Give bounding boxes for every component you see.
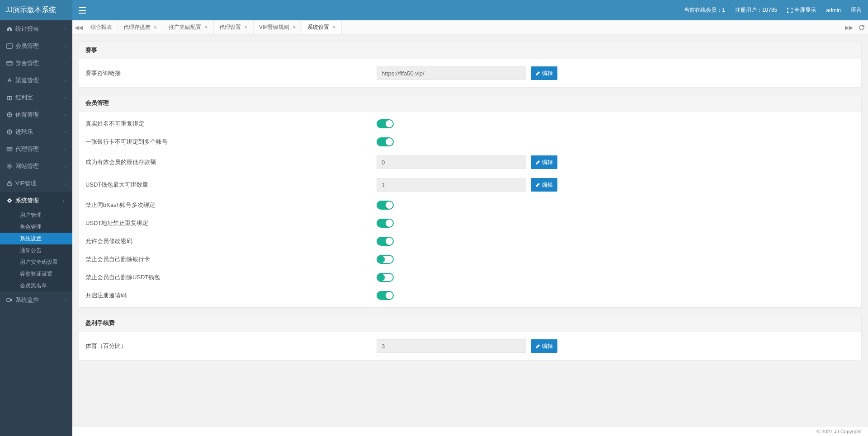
toggle-switch[interactable] xyxy=(377,255,394,264)
sidebar-item-label: 红利宝 xyxy=(15,94,33,102)
toggle-switch[interactable] xyxy=(377,137,394,146)
tab-scroll-left-icon[interactable]: ◀◀ xyxy=(72,20,85,34)
panel-body: 赛事咨询链接https://fifa50.vip/编辑 xyxy=(79,59,861,87)
form-control xyxy=(377,237,557,246)
edit-button[interactable]: 编辑 xyxy=(531,339,557,353)
readonly-input: 1 xyxy=(377,178,526,192)
form-control xyxy=(377,291,557,300)
sidebar-item-3[interactable]: 渠道管理‹ xyxy=(0,72,72,89)
form-control: 1编辑 xyxy=(377,178,557,192)
tab-label: 系统设置 xyxy=(307,23,329,31)
sidebar-item-label: 资金管理 xyxy=(15,59,39,67)
sidebar-item-9[interactable]: VIP管理‹ xyxy=(0,175,72,192)
edit-button[interactable]: 编辑 xyxy=(531,66,557,80)
panel: 赛事赛事咨询链接https://fifa50.vip/编辑 xyxy=(79,41,862,88)
chevron-left-icon: ‹ xyxy=(65,113,66,117)
edit-button[interactable]: 编辑 xyxy=(531,155,557,169)
form-control: https://fifa50.vip/编辑 xyxy=(377,66,557,80)
close-icon[interactable]: ✕ xyxy=(292,24,296,30)
edit-button[interactable]: 编辑 xyxy=(531,178,557,192)
brand-title: JJ演示版本系统 xyxy=(0,0,72,20)
submenu-item-6[interactable]: 会员黑名单 xyxy=(0,280,72,291)
sidebar-item-11[interactable]: 系统监控‹ xyxy=(0,291,72,309)
sidebar-item-8[interactable]: 网站管理‹ xyxy=(0,158,72,175)
form-control: 0编辑 xyxy=(377,155,557,169)
content: 赛事赛事咨询链接https://fifa50.vip/编辑会员管理真实姓名不可重… xyxy=(72,35,868,426)
close-icon[interactable]: ✕ xyxy=(153,24,157,30)
sidebar-item-6[interactable]: 进球乐‹ xyxy=(0,123,72,141)
language-menu[interactable]: 语言 xyxy=(851,6,862,14)
sidebar-item-10[interactable]: 系统管理⌄ xyxy=(0,192,72,209)
gear-icon xyxy=(6,197,13,204)
submenu-item-2[interactable]: 系统设置 xyxy=(0,233,72,244)
tab-4[interactable]: VIP晋级规则✕ xyxy=(254,20,302,34)
form-control xyxy=(377,137,557,146)
user-menu[interactable]: admin xyxy=(826,7,841,14)
share-icon xyxy=(6,77,13,84)
form-row: 允许会员修改密码 xyxy=(85,232,855,250)
hamburger-icon[interactable] xyxy=(79,7,86,14)
sidebar-item-5[interactable]: 体育管理‹ xyxy=(0,106,72,123)
sidebar-item-label: 进球乐 xyxy=(15,128,33,136)
close-icon[interactable]: ✕ xyxy=(332,24,336,30)
close-icon[interactable]: ✕ xyxy=(204,24,208,30)
tab-2[interactable]: 推广奖励配置✕ xyxy=(163,20,214,34)
panel-header: 赛事 xyxy=(79,42,861,59)
tab-label: 代理存提差 xyxy=(123,23,151,31)
tab-label: VIP晋级规则 xyxy=(259,23,289,31)
sidebar-item-2[interactable]: 资金管理‹ xyxy=(0,55,72,72)
sidebar-item-7[interactable]: 代理管理‹ xyxy=(0,141,72,158)
readonly-input: https://fifa50.vip/ xyxy=(377,66,526,80)
form-label: 成为有效会员的最低存款额 xyxy=(85,158,377,166)
tab-5[interactable]: 系统设置✕ xyxy=(302,21,342,34)
toggle-switch[interactable] xyxy=(377,119,394,128)
tab-bar: ◀◀ 综合报表代理存提差✕推广奖励配置✕代理设置✕VIP晋级规则✕系统设置✕ ▶… xyxy=(72,20,868,35)
mail-icon xyxy=(6,146,13,152)
tab-1[interactable]: 代理存提差✕ xyxy=(118,20,163,34)
tab-refresh-icon[interactable] xyxy=(855,20,868,34)
chevron-left-icon: ‹ xyxy=(65,164,66,169)
panel-body: 体育（百分比）3编辑 xyxy=(79,332,861,360)
chevron-left-icon: ‹ xyxy=(65,147,66,152)
chevron-left-icon: ‹ xyxy=(65,298,66,303)
chevron-left-icon: ‹ xyxy=(65,95,66,100)
toggle-switch[interactable] xyxy=(377,219,394,228)
chevron-left-icon: ‹ xyxy=(65,27,66,32)
users-icon xyxy=(6,43,13,49)
sidebar-item-1[interactable]: 会员管理‹ xyxy=(0,38,72,55)
video-icon xyxy=(6,297,13,303)
form-label: 允许会员修改密码 xyxy=(85,237,377,245)
submenu-item-0[interactable]: 用户管理 xyxy=(0,209,72,221)
sidebar-item-label: 网站管理 xyxy=(15,162,39,170)
toggle-switch[interactable] xyxy=(377,291,394,300)
submenu-item-3[interactable]: 通知公告 xyxy=(0,244,72,256)
money-icon xyxy=(6,60,13,66)
tab-0[interactable]: 综合报表 xyxy=(85,20,118,34)
sidebar: JJ演示版本系统 统计报表‹会员管理‹资金管理‹渠道管理‹红利宝‹体育管理‹进球… xyxy=(0,0,72,436)
svg-rect-10 xyxy=(7,299,10,301)
toggle-switch[interactable] xyxy=(377,273,394,282)
form-control: 3编辑 xyxy=(377,339,557,353)
sidebar-item-label: 系统监控 xyxy=(15,296,39,304)
form-row: 一张银行卡不可绑定到多个账号 xyxy=(85,133,855,151)
chevron-left-icon: ‹ xyxy=(65,130,66,135)
sidebar-item-0[interactable]: 统计报表‹ xyxy=(0,20,72,38)
form-label: USDT钱包最大可绑数量 xyxy=(85,181,377,189)
submenu-item-1[interactable]: 角色管理 xyxy=(0,221,72,233)
submenu-item-4[interactable]: 用户安全码设置 xyxy=(0,256,72,268)
panel: 盈利手续费体育（百分比）3编辑 xyxy=(79,314,862,361)
panel-header: 盈利手续费 xyxy=(79,314,861,332)
submenu-item-5[interactable]: 谷歌验证设置 xyxy=(0,268,72,280)
sidebar-item-4[interactable]: 红利宝‹ xyxy=(0,89,72,106)
form-row: 开启注册邀请码 xyxy=(85,286,855,305)
home-icon xyxy=(6,26,13,32)
edit-button-label: 编辑 xyxy=(542,70,553,77)
close-icon[interactable]: ✕ xyxy=(244,24,248,30)
fullscreen-button[interactable]: 全屏显示 xyxy=(787,6,816,14)
lock-icon xyxy=(6,180,13,187)
tab-scroll-right-icon[interactable]: ▶▶ xyxy=(843,20,855,34)
ball-icon xyxy=(6,129,13,135)
toggle-switch[interactable] xyxy=(377,237,394,246)
toggle-switch[interactable] xyxy=(377,201,394,210)
tab-3[interactable]: 代理设置✕ xyxy=(214,20,254,34)
